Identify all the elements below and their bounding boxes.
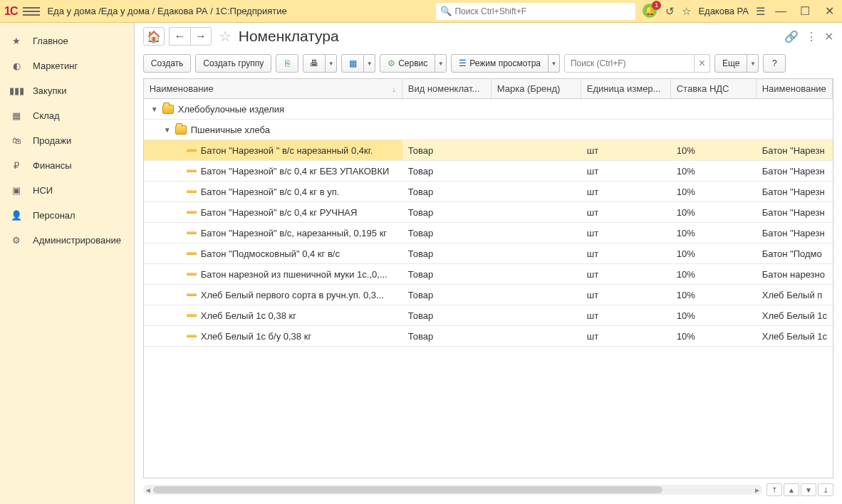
- item-brand: [492, 223, 581, 243]
- service-split-button[interactable]: ⚙Сервис ▼: [380, 54, 447, 73]
- sidebar-item-warehouse[interactable]: ▦ Склад: [0, 103, 134, 128]
- service-dropdown[interactable]: ▼: [435, 54, 447, 73]
- scroll-left-icon[interactable]: ◄: [143, 486, 153, 494]
- item-vat: 10%: [671, 202, 757, 222]
- table-row[interactable]: Батон "Нарезной" в/с 0,4 кг РУЧНАЯТоварш…: [144, 202, 833, 223]
- col-name[interactable]: Наименование↓: [144, 79, 402, 98]
- item-vat: 10%: [671, 182, 757, 201]
- sidebar-item-finance[interactable]: ₽ Финансы: [0, 153, 134, 178]
- item-unit: шт: [581, 264, 671, 284]
- item-vat: 10%: [671, 305, 757, 325]
- more-vert-icon[interactable]: ⋮: [806, 30, 817, 43]
- horizontal-scrollbar[interactable]: ◄ ►: [143, 485, 762, 495]
- sidebar-item-marketing[interactable]: ◐ Маркетинг: [0, 53, 134, 78]
- chevron-down-icon[interactable]: ▼: [164, 126, 171, 134]
- search-icon: 🔍: [440, 6, 452, 16]
- create-group-button[interactable]: Создать группу: [195, 54, 271, 73]
- sidebar-item-sales[interactable]: 🛍 Продажи: [0, 128, 134, 153]
- table-row[interactable]: Хлеб Белый 1с б/у 0,38 кгТоваршт10%Хлеб …: [144, 326, 833, 347]
- notification-bell[interactable]: 🔔 1: [643, 4, 658, 19]
- sidebar-item-nsi[interactable]: ▣ НСИ: [0, 178, 134, 203]
- table-row[interactable]: Батон "Подмосковный" 0,4 кг в/сТоваршт10…: [144, 243, 833, 264]
- col-type[interactable]: Вид номенклат...: [402, 79, 492, 98]
- table-row-group[interactable]: ▼ Пшеничные хлеба: [144, 120, 833, 140]
- viewmode-dropdown[interactable]: ▼: [549, 54, 560, 73]
- table-row[interactable]: Батон нарезной из пшеничной муки 1с.,0,.…: [144, 264, 833, 285]
- item-vat: 10%: [671, 285, 757, 305]
- star-outline-icon[interactable]: ☆: [219, 28, 232, 45]
- user-name[interactable]: Едакова РА: [698, 6, 749, 16]
- col-vat[interactable]: Ставка НДС: [671, 79, 757, 98]
- item-icon: [187, 293, 197, 296]
- viewmode-split-button[interactable]: ☰Режим просмотра ▼: [451, 54, 560, 73]
- more-button[interactable]: Еще: [714, 54, 747, 73]
- table-row[interactable]: Хлеб Белый 1с 0,38 кгТоваршт10%Хлеб Белы…: [144, 305, 833, 326]
- more-split-button[interactable]: Еще ▼: [714, 54, 759, 73]
- template-icon: ▦: [349, 58, 357, 68]
- item-name2: Батон нарезно: [757, 264, 833, 284]
- forward-button[interactable]: →: [190, 27, 212, 46]
- nav-up-button[interactable]: ▲: [784, 483, 799, 496]
- table-search[interactable]: ×: [564, 54, 710, 73]
- scroll-right-icon[interactable]: ►: [752, 486, 762, 494]
- nav-first-button[interactable]: ⤒: [766, 483, 782, 496]
- print-dropdown[interactable]: ▼: [326, 54, 337, 73]
- col-brand[interactable]: Марка (Бренд): [492, 79, 581, 98]
- create-button[interactable]: Создать: [143, 54, 192, 73]
- sidebar-item-personnel[interactable]: 👤 Персонал: [0, 203, 134, 228]
- item-vat: 10%: [671, 161, 757, 181]
- person-icon: 👤: [10, 209, 23, 222]
- template-dropdown[interactable]: ▼: [364, 54, 375, 73]
- item-icon: [187, 314, 197, 317]
- col-name2[interactable]: Наименование: [757, 79, 833, 98]
- template-button[interactable]: ▦: [341, 54, 364, 73]
- global-search[interactable]: 🔍: [436, 3, 635, 20]
- item-type: Товар: [402, 202, 492, 222]
- nav-down-button[interactable]: ▼: [801, 483, 816, 496]
- viewmode-button[interactable]: ☰Режим просмотра: [451, 54, 549, 73]
- template-split-button[interactable]: ▦ ▼: [341, 54, 375, 73]
- item-name2: Батон "Нарезн: [757, 140, 833, 160]
- sidebar-item-admin[interactable]: ⚙ Администрирование: [0, 228, 134, 253]
- minimize-button[interactable]: —: [772, 4, 789, 19]
- item-unit: шт: [581, 285, 671, 305]
- global-search-input[interactable]: [436, 3, 635, 20]
- link-icon[interactable]: 🔗: [784, 30, 799, 43]
- favorite-icon[interactable]: ☆: [682, 5, 691, 18]
- group-label: Пшеничные хлеба: [191, 125, 270, 135]
- print-split-button[interactable]: 🖶 ▼: [303, 54, 337, 73]
- item-type: Товар: [402, 182, 492, 201]
- table-row[interactable]: Батон "Нарезной" в/с, нарезанный, 0,195 …: [144, 223, 833, 243]
- table-search-input[interactable]: [564, 54, 695, 73]
- copy-button[interactable]: ⎘: [276, 54, 298, 73]
- item-name: Батон нарезной из пшеничной муки 1с.,0,.…: [201, 269, 388, 280]
- toolbar: Создать Создать группу ⎘ 🖶 ▼ ▦ ▼ ⚙Сервис…: [135, 50, 842, 77]
- item-name: Батон "Нарезной " в/с нарезанный 0,4кг.: [201, 145, 373, 156]
- table-row[interactable]: Хлеб Белый первого сорта в ручн.уп. 0,3.…: [144, 285, 833, 305]
- close-panel-button[interactable]: ✕: [824, 30, 833, 43]
- nav-last-button[interactable]: ⤓: [818, 483, 833, 496]
- clear-search-button[interactable]: ×: [695, 54, 710, 73]
- more-dropdown[interactable]: ▼: [747, 54, 759, 73]
- service-button[interactable]: ⚙Сервис: [380, 54, 435, 73]
- item-name: Хлеб Белый 1с 0,38 кг: [201, 310, 296, 321]
- item-name2: Хлеб Белый 1с: [757, 305, 833, 325]
- table-row[interactable]: Батон "Нарезной " в/с нарезанный 0,4кг.Т…: [144, 140, 833, 161]
- back-button[interactable]: ←: [169, 27, 190, 46]
- help-button[interactable]: ?: [763, 54, 786, 73]
- history-icon[interactable]: ↺: [665, 5, 675, 18]
- home-button[interactable]: 🏠: [143, 27, 165, 46]
- table-row[interactable]: Батон "Нарезной" в/с 0,4 кг БЕЗ УПАКОВКИ…: [144, 161, 833, 182]
- print-button[interactable]: 🖶: [303, 54, 326, 73]
- chevron-down-icon[interactable]: ▼: [151, 105, 158, 113]
- sidebar-item-purchases[interactable]: ▮▮▮ Закупки: [0, 78, 134, 103]
- close-button[interactable]: ✕: [821, 4, 838, 19]
- settings-lines-icon[interactable]: ☰: [756, 5, 765, 18]
- item-icon: [187, 190, 197, 193]
- sidebar-item-main[interactable]: ★ Главное: [0, 28, 134, 53]
- table-row[interactable]: Батон "Нарезной" в/с 0,4 кг в уп.Товаршт…: [144, 182, 833, 202]
- table-row-group[interactable]: ▼ Хлебобулочные изделия: [144, 99, 833, 120]
- maximize-button[interactable]: ☐: [796, 4, 814, 19]
- col-unit[interactable]: Единица измер...: [581, 79, 671, 98]
- hamburger-icon[interactable]: [23, 3, 40, 20]
